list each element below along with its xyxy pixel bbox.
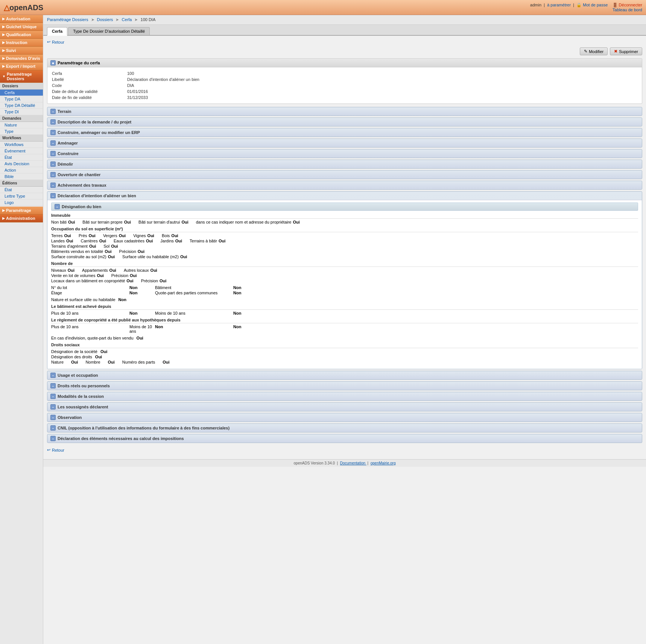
ouverture-icon: − bbox=[50, 172, 56, 177]
sidebar-section-autorisation[interactable]: ▶ Autorisation bbox=[0, 15, 43, 23]
description-header[interactable]: − Description de la demande / du projet bbox=[47, 118, 642, 126]
breadcrumb-current: 100 DIA bbox=[141, 17, 156, 22]
sidebar-item-action[interactable]: Action bbox=[0, 167, 43, 174]
sidebar: ▶ Autorisation ▶ Guichet Unique ▶ Qualif… bbox=[0, 15, 43, 644]
code-label: Code bbox=[50, 82, 126, 88]
declaration-elements-header[interactable]: − Déclaration des éléments nécessaires a… bbox=[47, 434, 642, 443]
supprimer-button[interactable]: ✖ Supprimer bbox=[610, 47, 642, 55]
sidebar-item-type-da[interactable]: Type DA bbox=[0, 96, 43, 102]
sidebar-section-qualification[interactable]: ▶ Qualification bbox=[0, 31, 43, 39]
modifier-icon: ✎ bbox=[584, 49, 587, 54]
sidebar-section-suivi[interactable]: ▶ Suivi bbox=[0, 47, 43, 55]
mot-de-passe-link[interactable]: Mot de passe bbox=[583, 3, 608, 7]
footer-mairie-link[interactable]: openMairie.org bbox=[371, 461, 396, 465]
niveaux-value: Oui bbox=[68, 268, 74, 273]
sidebar-item-type[interactable]: Type bbox=[0, 128, 43, 135]
immeuble-title: Immeuble bbox=[51, 213, 638, 219]
sidebar-item-type-di[interactable]: Type DI bbox=[0, 109, 43, 115]
a-parametrer-link[interactable]: à paramétrer bbox=[547, 3, 571, 7]
description-label: Description de la demande / du projet bbox=[58, 120, 131, 124]
observation-header[interactable]: − Observation bbox=[47, 413, 642, 422]
sidebar-item-type-da-detail[interactable]: Type DA Détaillé bbox=[0, 102, 43, 109]
designation-bien-header[interactable]: − Désignation du bien bbox=[51, 202, 638, 211]
modalites-header[interactable]: − Modalités de la cession bbox=[47, 392, 642, 400]
sidebar-section-guichet[interactable]: ▶ Guichet Unique bbox=[0, 23, 43, 31]
code-value: DIA bbox=[126, 82, 639, 88]
construire-amenager-header[interactable]: − Construire, aménager ou modifier un ER… bbox=[47, 128, 642, 137]
lot-grid: N° du lot Non Bâtiment Non Étage Non Quo… bbox=[51, 285, 638, 295]
sidebar-item-logo[interactable]: Logo bbox=[0, 199, 43, 206]
cnil-section: − CNIL (opposition à l'utilisation des i… bbox=[47, 423, 642, 432]
numero-parts-value: Oui bbox=[163, 360, 169, 364]
modifier-button[interactable]: ✎ Modifier bbox=[580, 47, 608, 55]
footer-doc-label: Documentation bbox=[340, 461, 365, 465]
sidebar-item-nature[interactable]: Nature bbox=[0, 122, 43, 128]
terrain-header[interactable]: − Terrain bbox=[47, 107, 642, 116]
amenager-label: Aménager bbox=[58, 141, 78, 145]
topbar: △openADS admin | à paramétrer | 🔒 Mot de… bbox=[0, 0, 646, 15]
breadcrumb-parametrage[interactable]: Paramétrage Dossiers bbox=[47, 17, 88, 22]
construire-header[interactable]: − Construire bbox=[47, 149, 642, 158]
sidebar-section-instruction[interactable]: ▶ Instruction bbox=[0, 39, 43, 47]
precision3-label: Précision bbox=[141, 279, 158, 283]
retour-top[interactable]: ↩ Retour bbox=[47, 40, 64, 44]
ouverture-header[interactable]: − Ouverture de chantier bbox=[47, 171, 642, 179]
libelle-row: Libellé Déclaration d'intention d'aliéne… bbox=[50, 76, 639, 82]
tableau-de-bord-link[interactable]: Tableau de bord bbox=[613, 8, 642, 12]
retour-bottom[interactable]: ↩ Retour bbox=[47, 448, 64, 452]
sidebar-export-label: Export / Import bbox=[6, 64, 35, 69]
tab-cerfa[interactable]: Cerfa bbox=[47, 27, 67, 36]
usage-occupation-header[interactable]: − Usage et occupation bbox=[47, 371, 642, 379]
nombre-title: Nombre de bbox=[51, 261, 638, 267]
sidebar-item-cerfa[interactable]: Cerfa bbox=[0, 90, 43, 96]
droits-reels-label: Droits réels ou personnels bbox=[58, 384, 110, 388]
sidebar-section-export[interactable]: ▶ Export / Import bbox=[0, 62, 43, 70]
modalites-icon: − bbox=[50, 394, 56, 399]
droits-row-1: Désignation de la société Oui bbox=[51, 349, 638, 354]
sidebar-item-avis-decision[interactable]: Avis Decision bbox=[0, 161, 43, 167]
sidebar-section-parametrage[interactable]: ▶ Paramétrage bbox=[0, 207, 43, 215]
plus-10ans-reg-label: Plus de 10 ans bbox=[51, 324, 126, 333]
sidebar-item-workflows[interactable]: Workflows bbox=[0, 142, 43, 148]
immeuble-row: Non bâti Oui Bâti sur terrain propre Oui… bbox=[51, 220, 638, 224]
designation-societe-label: Désignation de la société bbox=[51, 349, 97, 354]
export-arrow: ▶ bbox=[2, 64, 5, 68]
demolir-header[interactable]: − Démolir bbox=[47, 160, 642, 168]
sidebar-section-administration[interactable]: ▶ Administration bbox=[0, 215, 43, 222]
breadcrumb-cerfa[interactable]: Cerfa bbox=[122, 17, 132, 22]
terrains-agrement-value: Oui bbox=[89, 244, 96, 248]
bois-value: Oui bbox=[171, 233, 178, 238]
nombre-droits-label: Nombre bbox=[85, 360, 100, 364]
retour-bottom-label: Retour bbox=[52, 448, 64, 452]
construire-amenager-label: Construire, aménager ou modifier un ERP bbox=[58, 130, 140, 135]
moins-10ans-bat-value: Non bbox=[233, 311, 256, 315]
construire-amenager-icon: − bbox=[50, 130, 56, 135]
sidebar-item-etat-ed[interactable]: État bbox=[0, 187, 43, 193]
vergers-value: Oui bbox=[119, 233, 126, 238]
sidebar-item-bible[interactable]: Bible bbox=[0, 174, 43, 180]
sidebar-item-evenement[interactable]: Événement bbox=[0, 148, 43, 154]
droits-reels-section: − Droits réels ou personnels bbox=[47, 381, 642, 390]
amenager-header[interactable]: − Aménager bbox=[47, 139, 642, 147]
vignes-value: Oui bbox=[147, 233, 154, 238]
guichet-arrow: ▶ bbox=[2, 25, 5, 29]
tab-type-dossier[interactable]: Type De Dossier D'autorisation Détaillé bbox=[68, 27, 150, 35]
deconnecter-link[interactable]: 🚪 Déconnecter bbox=[613, 3, 642, 7]
autres-locaux-value: Oui bbox=[150, 268, 157, 273]
non-bati-label: Non bâti bbox=[51, 220, 67, 224]
sidebar-item-etat[interactable]: État bbox=[0, 154, 43, 161]
footer-doc-link[interactable]: Documentation bbox=[340, 461, 366, 465]
surface-sol-value: Oui bbox=[108, 254, 115, 259]
sidebar-item-lettre-type[interactable]: Lettre Type bbox=[0, 193, 43, 199]
cnil-header[interactable]: − CNIL (opposition à l'utilisation des i… bbox=[47, 424, 642, 432]
designation-bien-label: Désignation du bien bbox=[62, 204, 101, 209]
droits-reels-header[interactable]: − Droits réels ou personnels bbox=[47, 382, 642, 390]
sidebar-section-demandes-avis[interactable]: ▶ Demandes D'avis bbox=[0, 55, 43, 62]
soussignes-header[interactable]: − Les soussignés déclarent bbox=[47, 403, 642, 411]
achevement-header[interactable]: − Achèvement des travaux bbox=[47, 181, 642, 189]
occupation-row-4: Bâtiments vendus en totalité Oui Précisi… bbox=[51, 249, 638, 254]
declaration-intention-header[interactable]: − Déclaration d'intention d'aliéner un b… bbox=[47, 192, 642, 200]
breadcrumb-dossiers[interactable]: Dossiers bbox=[97, 17, 113, 22]
sidebar-section-parametrage-dossiers[interactable]: ▼ Paramétrage Dossiers bbox=[0, 70, 43, 83]
soussignes-icon: − bbox=[50, 404, 56, 410]
